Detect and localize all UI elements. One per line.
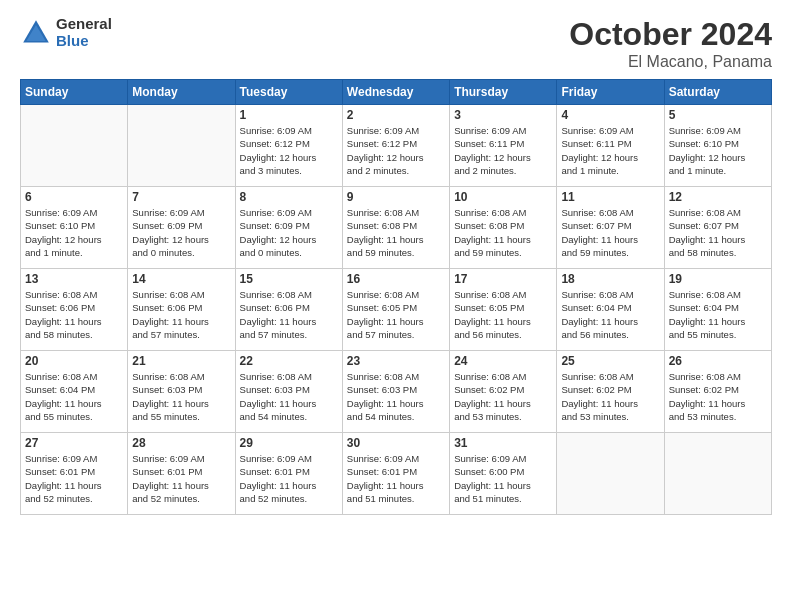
day-info: Sunrise: 6:08 AM Sunset: 6:07 PM Dayligh… bbox=[669, 206, 767, 259]
day-number: 23 bbox=[347, 354, 445, 368]
calendar-cell: 6Sunrise: 6:09 AM Sunset: 6:10 PM Daylig… bbox=[21, 187, 128, 269]
calendar-cell: 20Sunrise: 6:08 AM Sunset: 6:04 PM Dayli… bbox=[21, 351, 128, 433]
calendar-cell: 25Sunrise: 6:08 AM Sunset: 6:02 PM Dayli… bbox=[557, 351, 664, 433]
day-number: 29 bbox=[240, 436, 338, 450]
day-info: Sunrise: 6:08 AM Sunset: 6:06 PM Dayligh… bbox=[132, 288, 230, 341]
header-saturday: Saturday bbox=[664, 80, 771, 105]
day-number: 24 bbox=[454, 354, 552, 368]
day-number: 13 bbox=[25, 272, 123, 286]
day-info: Sunrise: 6:09 AM Sunset: 6:00 PM Dayligh… bbox=[454, 452, 552, 505]
day-number: 16 bbox=[347, 272, 445, 286]
calendar-cell: 5Sunrise: 6:09 AM Sunset: 6:10 PM Daylig… bbox=[664, 105, 771, 187]
day-info: Sunrise: 6:08 AM Sunset: 6:04 PM Dayligh… bbox=[25, 370, 123, 423]
calendar-cell: 19Sunrise: 6:08 AM Sunset: 6:04 PM Dayli… bbox=[664, 269, 771, 351]
day-number: 27 bbox=[25, 436, 123, 450]
calendar-cell: 1Sunrise: 6:09 AM Sunset: 6:12 PM Daylig… bbox=[235, 105, 342, 187]
day-info: Sunrise: 6:09 AM Sunset: 6:11 PM Dayligh… bbox=[454, 124, 552, 177]
header-tuesday: Tuesday bbox=[235, 80, 342, 105]
header-friday: Friday bbox=[557, 80, 664, 105]
calendar-cell: 30Sunrise: 6:09 AM Sunset: 6:01 PM Dayli… bbox=[342, 433, 449, 515]
day-info: Sunrise: 6:08 AM Sunset: 6:03 PM Dayligh… bbox=[132, 370, 230, 423]
header-monday: Monday bbox=[128, 80, 235, 105]
day-info: Sunrise: 6:08 AM Sunset: 6:04 PM Dayligh… bbox=[669, 288, 767, 341]
calendar-cell: 31Sunrise: 6:09 AM Sunset: 6:00 PM Dayli… bbox=[450, 433, 557, 515]
day-number: 6 bbox=[25, 190, 123, 204]
day-number: 21 bbox=[132, 354, 230, 368]
day-info: Sunrise: 6:08 AM Sunset: 6:07 PM Dayligh… bbox=[561, 206, 659, 259]
day-number: 5 bbox=[669, 108, 767, 122]
calendar-cell: 4Sunrise: 6:09 AM Sunset: 6:11 PM Daylig… bbox=[557, 105, 664, 187]
calendar-cell: 2Sunrise: 6:09 AM Sunset: 6:12 PM Daylig… bbox=[342, 105, 449, 187]
calendar-cell bbox=[664, 433, 771, 515]
calendar-week-row: 20Sunrise: 6:08 AM Sunset: 6:04 PM Dayli… bbox=[21, 351, 772, 433]
day-info: Sunrise: 6:09 AM Sunset: 6:01 PM Dayligh… bbox=[132, 452, 230, 505]
day-number: 9 bbox=[347, 190, 445, 204]
day-info: Sunrise: 6:08 AM Sunset: 6:04 PM Dayligh… bbox=[561, 288, 659, 341]
day-info: Sunrise: 6:08 AM Sunset: 6:02 PM Dayligh… bbox=[669, 370, 767, 423]
day-number: 11 bbox=[561, 190, 659, 204]
day-number: 25 bbox=[561, 354, 659, 368]
logo-general-text: General bbox=[56, 16, 112, 33]
day-info: Sunrise: 6:09 AM Sunset: 6:09 PM Dayligh… bbox=[240, 206, 338, 259]
calendar-week-row: 27Sunrise: 6:09 AM Sunset: 6:01 PM Dayli… bbox=[21, 433, 772, 515]
calendar-cell: 29Sunrise: 6:09 AM Sunset: 6:01 PM Dayli… bbox=[235, 433, 342, 515]
day-number: 28 bbox=[132, 436, 230, 450]
day-info: Sunrise: 6:08 AM Sunset: 6:05 PM Dayligh… bbox=[454, 288, 552, 341]
day-info: Sunrise: 6:08 AM Sunset: 6:02 PM Dayligh… bbox=[454, 370, 552, 423]
header: General Blue October 2024 El Macano, Pan… bbox=[20, 16, 772, 71]
calendar-title: October 2024 bbox=[569, 16, 772, 53]
calendar-cell bbox=[21, 105, 128, 187]
calendar-cell: 22Sunrise: 6:08 AM Sunset: 6:03 PM Dayli… bbox=[235, 351, 342, 433]
logo-text: General Blue bbox=[56, 16, 112, 49]
day-number: 12 bbox=[669, 190, 767, 204]
header-wednesday: Wednesday bbox=[342, 80, 449, 105]
day-number: 30 bbox=[347, 436, 445, 450]
calendar-cell: 10Sunrise: 6:08 AM Sunset: 6:08 PM Dayli… bbox=[450, 187, 557, 269]
calendar-cell: 7Sunrise: 6:09 AM Sunset: 6:09 PM Daylig… bbox=[128, 187, 235, 269]
calendar-cell: 18Sunrise: 6:08 AM Sunset: 6:04 PM Dayli… bbox=[557, 269, 664, 351]
day-info: Sunrise: 6:09 AM Sunset: 6:11 PM Dayligh… bbox=[561, 124, 659, 177]
calendar-cell: 16Sunrise: 6:08 AM Sunset: 6:05 PM Dayli… bbox=[342, 269, 449, 351]
day-number: 10 bbox=[454, 190, 552, 204]
calendar-cell: 8Sunrise: 6:09 AM Sunset: 6:09 PM Daylig… bbox=[235, 187, 342, 269]
logo-blue-text: Blue bbox=[56, 33, 112, 50]
calendar-cell: 24Sunrise: 6:08 AM Sunset: 6:02 PM Dayli… bbox=[450, 351, 557, 433]
day-number: 2 bbox=[347, 108, 445, 122]
calendar-cell: 21Sunrise: 6:08 AM Sunset: 6:03 PM Dayli… bbox=[128, 351, 235, 433]
calendar-cell: 17Sunrise: 6:08 AM Sunset: 6:05 PM Dayli… bbox=[450, 269, 557, 351]
page: General Blue October 2024 El Macano, Pan… bbox=[0, 0, 792, 612]
calendar-week-row: 1Sunrise: 6:09 AM Sunset: 6:12 PM Daylig… bbox=[21, 105, 772, 187]
calendar-cell: 28Sunrise: 6:09 AM Sunset: 6:01 PM Dayli… bbox=[128, 433, 235, 515]
day-info: Sunrise: 6:08 AM Sunset: 6:08 PM Dayligh… bbox=[454, 206, 552, 259]
calendar-week-row: 6Sunrise: 6:09 AM Sunset: 6:10 PM Daylig… bbox=[21, 187, 772, 269]
day-number: 22 bbox=[240, 354, 338, 368]
calendar-cell: 13Sunrise: 6:08 AM Sunset: 6:06 PM Dayli… bbox=[21, 269, 128, 351]
day-info: Sunrise: 6:08 AM Sunset: 6:03 PM Dayligh… bbox=[240, 370, 338, 423]
day-number: 18 bbox=[561, 272, 659, 286]
day-number: 31 bbox=[454, 436, 552, 450]
day-number: 19 bbox=[669, 272, 767, 286]
calendar-cell: 3Sunrise: 6:09 AM Sunset: 6:11 PM Daylig… bbox=[450, 105, 557, 187]
calendar-cell bbox=[557, 433, 664, 515]
calendar-cell: 27Sunrise: 6:09 AM Sunset: 6:01 PM Dayli… bbox=[21, 433, 128, 515]
day-info: Sunrise: 6:08 AM Sunset: 6:05 PM Dayligh… bbox=[347, 288, 445, 341]
day-number: 1 bbox=[240, 108, 338, 122]
header-sunday: Sunday bbox=[21, 80, 128, 105]
logo: General Blue bbox=[20, 16, 112, 49]
title-area: October 2024 El Macano, Panama bbox=[569, 16, 772, 71]
day-number: 7 bbox=[132, 190, 230, 204]
calendar-week-row: 13Sunrise: 6:08 AM Sunset: 6:06 PM Dayli… bbox=[21, 269, 772, 351]
day-number: 4 bbox=[561, 108, 659, 122]
day-info: Sunrise: 6:09 AM Sunset: 6:09 PM Dayligh… bbox=[132, 206, 230, 259]
day-info: Sunrise: 6:09 AM Sunset: 6:12 PM Dayligh… bbox=[347, 124, 445, 177]
day-info: Sunrise: 6:09 AM Sunset: 6:10 PM Dayligh… bbox=[25, 206, 123, 259]
calendar-cell: 12Sunrise: 6:08 AM Sunset: 6:07 PM Dayli… bbox=[664, 187, 771, 269]
day-number: 15 bbox=[240, 272, 338, 286]
day-number: 20 bbox=[25, 354, 123, 368]
day-info: Sunrise: 6:09 AM Sunset: 6:01 PM Dayligh… bbox=[240, 452, 338, 505]
calendar-cell: 23Sunrise: 6:08 AM Sunset: 6:03 PM Dayli… bbox=[342, 351, 449, 433]
calendar-location: El Macano, Panama bbox=[569, 53, 772, 71]
day-info: Sunrise: 6:08 AM Sunset: 6:08 PM Dayligh… bbox=[347, 206, 445, 259]
calendar-cell: 15Sunrise: 6:08 AM Sunset: 6:06 PM Dayli… bbox=[235, 269, 342, 351]
day-info: Sunrise: 6:09 AM Sunset: 6:01 PM Dayligh… bbox=[347, 452, 445, 505]
